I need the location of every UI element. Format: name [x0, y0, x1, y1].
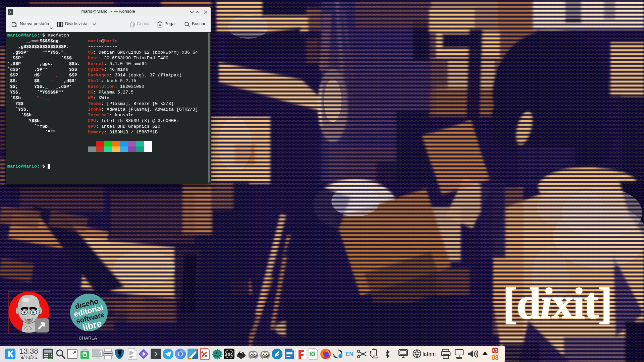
svg-text:99%: 99% [373, 356, 377, 358]
svg-text:EN: EN [345, 351, 354, 357]
svg-text:RR: RR [226, 352, 232, 357]
svg-text:latam: latam [423, 351, 436, 357]
